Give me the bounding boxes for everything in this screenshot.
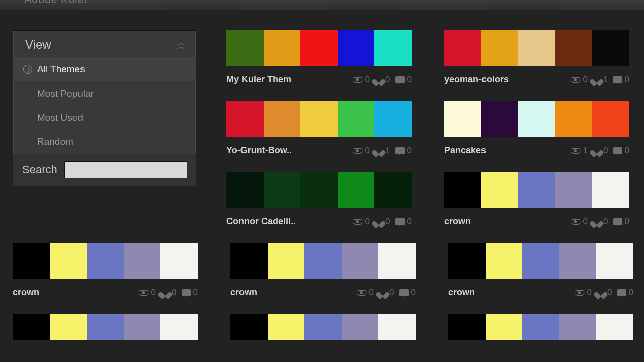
swatch (342, 314, 379, 340)
sidebar-item-random[interactable]: Random (13, 130, 196, 154)
swatch (87, 314, 124, 340)
swatch (264, 172, 301, 208)
collapse-icon[interactable]: ︿︿ (177, 40, 186, 49)
comments-icon (613, 76, 622, 83)
swatch (338, 30, 375, 66)
swatch (444, 172, 481, 208)
swatch (338, 101, 375, 137)
swatch (160, 314, 198, 340)
theme-stats: 000 (357, 288, 416, 298)
stat: 0 (161, 288, 176, 298)
stat: 0 (395, 217, 412, 227)
theme-card[interactable] (448, 314, 633, 340)
theme-card[interactable] (13, 314, 198, 340)
theme-card[interactable]: crown000 (448, 243, 633, 298)
stat: 0 (617, 288, 633, 298)
stat: 0 (395, 146, 412, 156)
stat-value: 0 (583, 217, 588, 227)
swatch (378, 243, 416, 279)
theme-card[interactable]: Connor Cadelli..000 (226, 172, 412, 227)
theme-card[interactable]: Pancakes100 (444, 101, 629, 156)
swatch-row (226, 30, 412, 66)
swatch (596, 243, 633, 279)
theme-card[interactable]: Yo-Grunt-Bow..010 (226, 101, 412, 156)
swatch (444, 30, 481, 66)
stat-value: 1 (603, 75, 608, 85)
theme-name: Yo-Grunt-Bow.. (226, 145, 292, 156)
views-icon (571, 219, 581, 225)
theme-stats: 000 (353, 217, 412, 227)
likes-icon (593, 218, 601, 225)
views-icon (571, 148, 581, 154)
stat: 0 (357, 288, 374, 298)
likes-icon (593, 147, 601, 154)
theme-card[interactable] (230, 314, 416, 340)
theme-meta: crown000 (444, 208, 629, 227)
theme-card[interactable]: crown000 (230, 243, 416, 298)
view-panel: View ︿︿ All ThemesMost PopularMost UsedR… (13, 30, 196, 186)
stat: 0 (571, 75, 588, 85)
swatch (50, 243, 87, 279)
comments-icon (395, 76, 405, 83)
panel-header[interactable]: View ︿︿ (13, 31, 196, 57)
likes-icon (593, 76, 601, 83)
search-label: Search (22, 163, 57, 176)
theme-card[interactable]: crown000 (13, 243, 198, 298)
swatch (13, 243, 50, 279)
swatch-row (444, 101, 629, 137)
sidebar-item-most-popular[interactable]: Most Popular (13, 81, 196, 106)
theme-meta: Pancakes100 (444, 137, 629, 156)
comments-icon (613, 147, 622, 154)
theme-grid-top: My Kuler Them000yeoman-colors010Yo-Grunt… (226, 30, 631, 227)
stat-value: 0 (411, 288, 416, 298)
likes-icon (597, 289, 605, 296)
theme-card[interactable]: My Kuler Them000 (226, 30, 412, 85)
swatch-row (444, 30, 629, 66)
theme-card[interactable]: yeoman-colors010 (444, 30, 629, 85)
stat: 0 (597, 288, 612, 298)
stat-value: 0 (365, 146, 370, 156)
views-icon (353, 219, 363, 225)
swatch (481, 101, 519, 137)
swatch (160, 243, 198, 279)
theme-meta: crown000 (230, 279, 416, 298)
search-input[interactable] (64, 161, 187, 178)
theme-name: Connor Cadelli.. (226, 216, 296, 227)
swatch (304, 243, 342, 279)
swatch (486, 314, 523, 340)
stat-value: 0 (603, 146, 608, 156)
theme-name: My Kuler Them (226, 74, 291, 85)
stat: 0 (613, 146, 629, 156)
app-title: Adobe Kuler (24, 0, 88, 6)
stat-value: 0 (625, 217, 629, 227)
theme-stats: 000 (353, 75, 412, 85)
stat-value: 0 (365, 217, 370, 227)
theme-card[interactable]: crown000 (444, 172, 629, 227)
likes-icon (375, 218, 383, 225)
sidebar-item-all-themes[interactable]: All Themes (13, 57, 196, 81)
swatch (448, 314, 486, 340)
swatch (481, 172, 519, 208)
swatch (518, 30, 555, 66)
swatch (555, 101, 593, 137)
views-icon (353, 148, 363, 154)
swatch-row (13, 243, 198, 279)
stat-value: 0 (607, 288, 612, 298)
theme-stats: 000 (571, 217, 629, 227)
swatch (448, 243, 486, 279)
theme-meta: My Kuler Them000 (226, 66, 412, 85)
swatch (592, 101, 629, 137)
theme-stats: 010 (353, 146, 412, 156)
theme-name: yeoman-colors (444, 74, 509, 85)
swatch-row (444, 172, 629, 208)
sidebar-item-most-used[interactable]: Most Used (13, 106, 196, 130)
swatch (374, 30, 412, 66)
stat: 1 (593, 75, 608, 85)
stat-value: 1 (385, 146, 390, 156)
likes-icon (379, 289, 387, 296)
swatch (555, 172, 593, 208)
swatch (268, 314, 305, 340)
stat: 0 (139, 288, 156, 298)
comments-icon (617, 289, 626, 296)
theme-name: crown (448, 287, 475, 298)
